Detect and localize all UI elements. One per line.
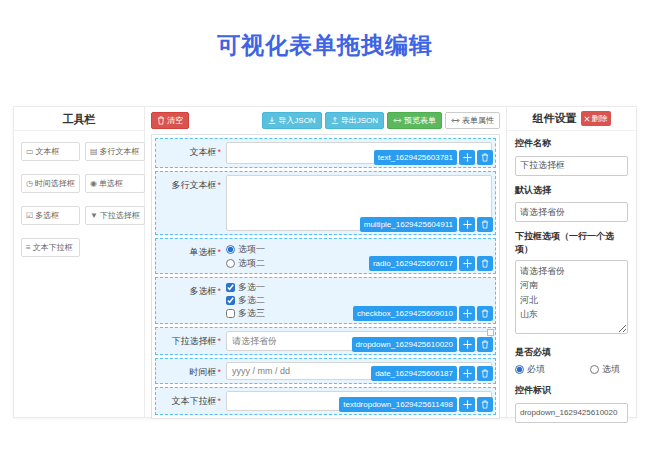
required-label: 是否必填: [515, 346, 628, 359]
checkbox-input[interactable]: [226, 296, 235, 305]
checkbox-option-label: 多选二: [238, 294, 265, 307]
required-option-label: 必填: [527, 363, 545, 376]
required-mark: *: [217, 247, 221, 257]
tool-item-textarea[interactable]: ▤ 多行文本框: [85, 142, 145, 161]
move-icon[interactable]: [459, 366, 475, 381]
tool-item-label: 多行文本框: [100, 146, 140, 157]
radio-input[interactable]: [226, 259, 235, 268]
move-icon[interactable]: [459, 150, 475, 165]
trash-icon[interactable]: [477, 397, 493, 412]
tool-item-time[interactable]: ◷ 时间选择框: [21, 174, 80, 193]
tool-item-checkbox[interactable]: ☑ 多选框: [21, 206, 80, 225]
clock-icon: ◷: [26, 180, 33, 188]
tool-item-radio[interactable]: ◉ 单选框: [85, 174, 145, 193]
field-label: 时间框*: [159, 362, 221, 380]
settings-header: 组件设置 删除: [507, 107, 636, 131]
required-mark: *: [217, 336, 221, 346]
field-id-badge: multiple_1629425604911: [360, 217, 457, 232]
required-mark: *: [217, 147, 221, 157]
trash-icon: [157, 116, 165, 125]
optional-option-label: 选填: [602, 363, 620, 376]
required-radio-input[interactable]: [515, 365, 524, 374]
tool-item-label: 下拉选择框: [100, 210, 140, 221]
canvas-field-checkbox[interactable]: 多选框* 多选一 多选二 多选三 check: [155, 277, 496, 324]
field-label: 下拉选择框*: [159, 331, 221, 351]
preview-form-button[interactable]: 预览表单: [387, 112, 442, 129]
required-mark: *: [217, 180, 221, 190]
required-mark: *: [217, 396, 221, 406]
canvas-field-textarea[interactable]: 多行文本框* multiple_1629425604911: [155, 171, 496, 235]
field-label: 多行文本框*: [159, 175, 221, 231]
component-name-label: 控件名称: [515, 137, 628, 150]
trash-icon[interactable]: [477, 256, 493, 271]
checkbox-icon: ☑: [26, 212, 33, 220]
trash-icon[interactable]: [477, 217, 493, 232]
tool-item-text[interactable]: ▭ 文本框: [21, 142, 80, 161]
close-icon: [584, 116, 590, 122]
component-key-input[interactable]: [515, 403, 628, 423]
canvas-field-radio[interactable]: 单选框* 选项一 选项二 radio_1629425607617: [155, 238, 496, 274]
tool-item-dropdown[interactable]: ▼ 下拉选择框: [85, 206, 145, 225]
default-select-input[interactable]: [515, 202, 628, 222]
optional-option[interactable]: 选填: [590, 363, 620, 376]
workspace: 工具栏 ▭ 文本框 ▤ 多行文本框 ◷ 时间选择框 ◉ 单选框 ☑ 多选框: [13, 106, 637, 418]
settings-title: 组件设置: [533, 111, 577, 126]
canvas-action-bar: 清空 导入JSON 导出JSON: [145, 107, 506, 132]
required-radio-group: 必填 选填: [515, 363, 628, 376]
move-icon[interactable]: [459, 306, 475, 321]
swap-arrows-icon: [451, 117, 460, 124]
field-badges: text_1629425603781: [374, 150, 493, 165]
trash-icon[interactable]: [477, 337, 493, 352]
checkbox-option-label: 多选三: [238, 307, 265, 320]
optional-radio-input[interactable]: [590, 365, 599, 374]
tool-item-label: 文本下拉框: [33, 242, 73, 253]
form-canvas: 文本框* text_1629425603781 多行文本框* multiple_…: [151, 134, 500, 419]
field-badges: checkbox_1629425609010: [353, 306, 493, 321]
trash-icon[interactable]: [477, 150, 493, 165]
clear-button[interactable]: 清空: [151, 112, 189, 129]
component-name-input[interactable]: [515, 156, 628, 176]
toolbar-panel: 工具栏 ▭ 文本框 ▤ 多行文本框 ◷ 时间选择框 ◉ 单选框 ☑ 多选框: [14, 107, 145, 417]
import-json-button[interactable]: 导入JSON: [262, 112, 321, 129]
field-badges: dropdown_1629425610020: [352, 337, 493, 352]
radio-option[interactable]: 选项一: [226, 242, 492, 256]
row-corner-handle[interactable]: [487, 329, 494, 336]
dropdown-options-label: 下拉框选项（一行一个选项）: [515, 230, 628, 256]
canvas-field-date[interactable]: 时间框* yyyy / mm / dd date_1629425606187: [155, 358, 496, 384]
delete-component-button[interactable]: 删除: [581, 111, 611, 126]
checkbox-option-label: 多选一: [238, 281, 265, 294]
field-label: 单选框*: [159, 242, 221, 270]
form-props-button[interactable]: 表单属性: [445, 112, 500, 129]
tool-item-label: 文本框: [36, 146, 60, 157]
swap-arrows-icon: [393, 117, 402, 124]
move-icon[interactable]: [459, 337, 475, 352]
tool-item-textdropdown[interactable]: ≡ 文本下拉框: [21, 238, 80, 257]
radio-option-label: 选项一: [238, 243, 265, 256]
default-select-label: 默认选择: [515, 184, 628, 197]
checkbox-input[interactable]: [226, 309, 235, 318]
textarea-icon: ▤: [90, 148, 98, 156]
trash-icon[interactable]: [477, 306, 493, 321]
canvas-buttons: 导入JSON 导出JSON 预览表单: [262, 112, 500, 129]
radio-input[interactable]: [226, 245, 235, 254]
text-input-icon: ▭: [26, 148, 34, 156]
required-option[interactable]: 必填: [515, 363, 545, 376]
checkbox-input[interactable]: [226, 283, 235, 292]
export-json-button[interactable]: 导出JSON: [325, 112, 384, 129]
move-icon[interactable]: [459, 256, 475, 271]
settings-body: 控件名称 默认选择 下拉框选项（一行一个选项） 请选择省份 河南 河北 山东 是…: [507, 131, 636, 427]
canvas-field-dropdown[interactable]: 下拉选择框* 请选择省份 dropdown_1629425610020: [155, 327, 496, 355]
dropdown-options-textarea[interactable]: 请选择省份 河南 河北 山东: [515, 260, 628, 334]
field-badges: date_1629425606187: [371, 366, 493, 381]
tool-item-label: 时间选择框: [35, 178, 75, 189]
canvas-field-text[interactable]: 文本框* text_1629425603781: [155, 138, 496, 168]
move-icon[interactable]: [459, 397, 475, 412]
trash-icon[interactable]: [477, 366, 493, 381]
canvas-field-textdropdown[interactable]: 文本下拉框* textdropdown_1629425611498: [155, 387, 496, 415]
checkbox-option[interactable]: 多选一: [226, 281, 492, 294]
canvas-panel: 清空 导入JSON 导出JSON: [145, 107, 506, 417]
move-icon[interactable]: [459, 217, 475, 232]
field-label: 多选框*: [159, 281, 221, 320]
field-id-badge: text_1629425603781: [374, 150, 457, 165]
field-label: 文本下拉框*: [159, 391, 221, 411]
